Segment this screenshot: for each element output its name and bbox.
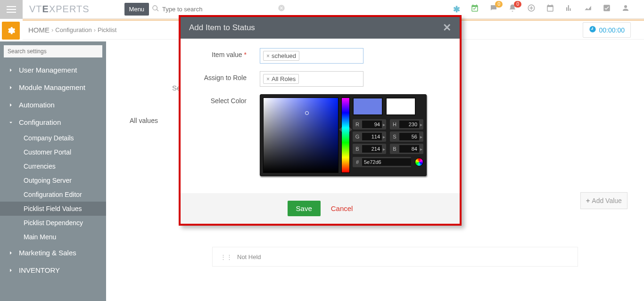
saturation-area[interactable]	[263, 98, 339, 173]
sidebar-item[interactable]: User Management	[0, 61, 106, 79]
color-hex-field[interactable]: #	[353, 157, 411, 167]
search-icon	[152, 5, 159, 14]
settings-tab[interactable]	[0, 19, 23, 41]
item-value-text: schelued	[272, 52, 296, 59]
color-b-field[interactable]: B▸	[353, 144, 386, 154]
color-picker: R▸ H▸ G▸ S▸ B▸ B▸ #	[260, 94, 427, 176]
chevron-icon	[8, 66, 14, 74]
swatch-current[interactable]	[353, 98, 383, 115]
sidebar-item[interactable]: Marketing & Sales	[0, 244, 106, 261]
sidebar-item-label: INVENTORY	[19, 266, 60, 274]
clear-icon[interactable]	[277, 4, 286, 15]
sidebar-sub-item[interactable]: Currencies	[0, 159, 106, 173]
bell-badge: 0	[514, 1, 521, 8]
picklist-value-row[interactable]: ⋮⋮ Not Held	[212, 247, 578, 267]
tab-all-values[interactable]: All values	[130, 117, 158, 124]
sidebar-sub-item[interactable]: Company Details	[0, 131, 106, 145]
chat-icon[interactable]: 0	[489, 4, 498, 15]
add-value-label: Add Value	[592, 197, 622, 204]
sidebar-item[interactable]: Automation	[0, 96, 106, 114]
sidebar-item-label: Module Management	[19, 83, 85, 91]
sidebar-item[interactable]: INVENTORY	[0, 261, 106, 279]
menu-button[interactable]: Menu	[124, 3, 149, 16]
add-value-button[interactable]: + Add Value	[580, 192, 627, 209]
modal-header: Add Item to Status ✕	[181, 17, 460, 39]
clock-icon	[589, 25, 596, 34]
add-item-modal: Add Item to Status ✕ Item value * × sche…	[179, 15, 462, 226]
timer-value: 00:00:00	[599, 26, 625, 34]
modal-title: Add Item to Status	[189, 23, 255, 33]
global-search-input[interactable]	[162, 6, 277, 13]
sidebar-item[interactable]: Module Management	[0, 79, 106, 96]
item-value-input[interactable]: × schelued	[260, 48, 363, 64]
chevron-icon	[8, 267, 14, 274]
select-color-label: Select Color	[189, 94, 260, 176]
drag-handle-icon[interactable]: ⋮⋮	[220, 253, 232, 260]
bell-icon[interactable]: 0	[508, 4, 517, 15]
sidebar-sub-item[interactable]: Outgoing Server	[0, 173, 106, 187]
sidebar-item-label: Marketing & Sales	[19, 249, 76, 257]
color-h-field[interactable]: H▸	[390, 119, 423, 130]
color-bv-field[interactable]: B▸	[390, 144, 423, 154]
modal-body: Item value * × schelued Assign to Role ×…	[181, 39, 460, 193]
assign-role-tag[interactable]: × All Roles	[263, 74, 299, 84]
hamburger-menu[interactable]	[0, 0, 23, 19]
item-value-tag[interactable]: × schelued	[263, 51, 299, 61]
save-button[interactable]: Save	[288, 201, 321, 216]
sidebar-item-label: User Management	[19, 66, 77, 74]
assign-role-label: Assign to Role	[189, 71, 260, 87]
chevron-right-icon: ›	[51, 26, 53, 33]
modal-footer: Save Cancel	[181, 193, 460, 224]
sidebar-item-label: Configuration	[19, 118, 61, 126]
chevron-icon	[8, 84, 14, 91]
color-g-field[interactable]: G▸	[353, 131, 386, 142]
user-icon[interactable]	[621, 4, 630, 15]
sidebar-search[interactable]	[4, 45, 102, 57]
breadcrumb-l1[interactable]: Configuration	[55, 26, 91, 33]
sidebar-sub-item[interactable]: Picklist Field Values	[0, 202, 106, 216]
cancel-button[interactable]: Cancel	[331, 204, 353, 212]
breadcrumb-l2[interactable]: Picklist	[98, 26, 116, 33]
hue-slider[interactable]	[341, 98, 350, 173]
sidebar-item[interactable]: Configuration	[0, 114, 106, 131]
checkbox-icon[interactable]	[603, 4, 611, 15]
logo: VTEXPERTS	[23, 4, 96, 15]
sidebar-sub-item[interactable]: Main Menu	[0, 230, 106, 244]
chevron-right-icon: ›	[94, 26, 96, 33]
assign-role-text: All Roles	[272, 75, 296, 82]
bar-chart-icon[interactable]	[565, 4, 573, 15]
sidebar-search-input[interactable]	[4, 45, 102, 57]
plus-icon[interactable]	[527, 4, 536, 15]
assign-role-input[interactable]: × All Roles	[260, 71, 363, 87]
area-chart-icon[interactable]	[584, 4, 592, 15]
remove-tag-icon[interactable]: ×	[266, 76, 270, 82]
picklist-value-label: Not Held	[237, 253, 261, 260]
app-icon[interactable]: ✱	[453, 4, 460, 15]
sidebar-item-label: Automation	[19, 101, 55, 109]
chevron-icon	[8, 101, 14, 109]
item-value-label: Item value *	[189, 48, 260, 64]
plus-icon: +	[586, 197, 590, 204]
remove-tag-icon[interactable]: ×	[266, 53, 270, 59]
chevron-icon	[8, 249, 14, 257]
color-cursor[interactable]	[305, 111, 309, 115]
global-search[interactable]	[152, 2, 289, 16]
calendar-check-icon[interactable]	[471, 4, 479, 15]
chat-badge: 0	[495, 1, 503, 8]
color-r-field[interactable]: R▸	[353, 119, 386, 130]
timer[interactable]: 00:00:00	[583, 22, 631, 38]
breadcrumb-home[interactable]: HOME	[28, 26, 50, 34]
chevron-icon	[8, 119, 14, 126]
calendar-icon[interactable]	[546, 4, 554, 15]
close-icon[interactable]: ✕	[443, 22, 451, 34]
sidebar-sub-item[interactable]: Picklist Dependency	[0, 216, 106, 230]
settings-sidebar: User ManagementModule ManagementAutomati…	[0, 41, 106, 301]
sidebar-sub-item[interactable]: Configuration Editor	[0, 187, 106, 202]
color-wheel-icon[interactable]	[415, 158, 423, 166]
gear-icon	[2, 22, 20, 40]
top-icons: ✱ 0 0	[453, 0, 644, 19]
swatch-previous[interactable]	[386, 98, 416, 115]
sidebar-sub-item[interactable]: Customer Portal	[0, 145, 106, 159]
color-s-field[interactable]: S▸	[390, 131, 423, 142]
